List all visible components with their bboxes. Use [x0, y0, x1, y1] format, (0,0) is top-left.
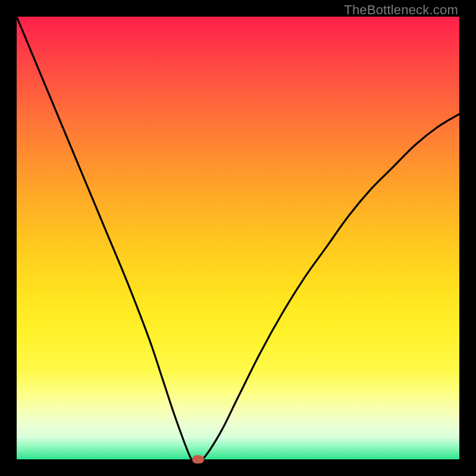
bottleneck-curve: [17, 17, 459, 459]
chart-frame: [17, 17, 459, 459]
optimal-point-marker: [192, 455, 204, 464]
watermark-text: TheBottleneck.com: [344, 2, 458, 18]
